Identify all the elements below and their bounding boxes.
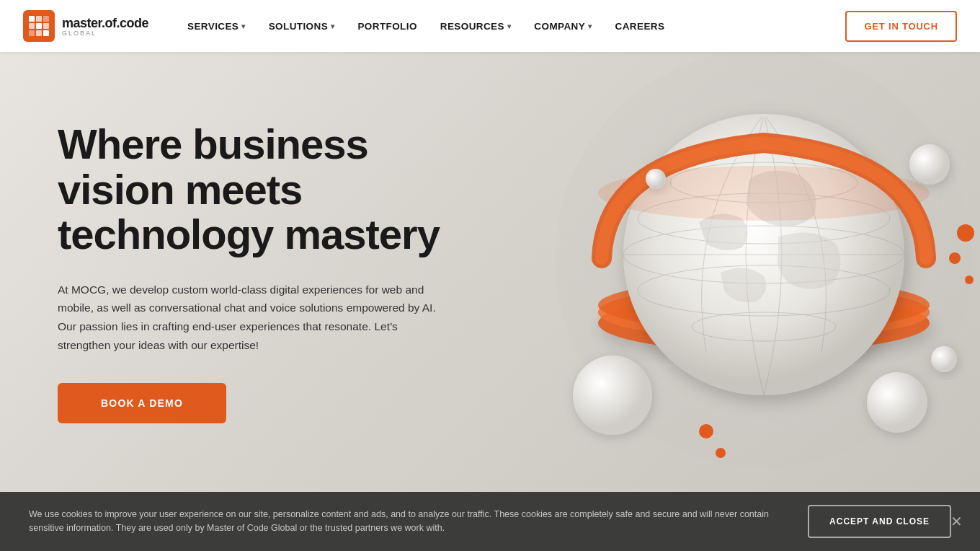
book-demo-button[interactable]: BOOK A DEMO <box>58 383 226 423</box>
chevron-down-icon: ▾ <box>331 22 334 30</box>
svg-rect-5 <box>36 23 42 29</box>
nav-item-resources[interactable]: RESOURCES ▾ <box>430 15 522 38</box>
svg-rect-9 <box>43 30 49 36</box>
navbar: master.of.code GLOBAL SERVICES ▾ SOLUTIO… <box>0 0 980 52</box>
svg-point-31 <box>699 424 713 438</box>
svg-rect-8 <box>36 30 42 36</box>
get-in-touch-button[interactable]: GET IN TOUCH <box>845 11 957 42</box>
hero-title: Where business vision meets technology m… <box>58 122 447 257</box>
svg-point-28 <box>957 224 974 242</box>
svg-point-26 <box>931 346 957 372</box>
svg-rect-6 <box>43 23 49 29</box>
logo-link[interactable]: master.of.code GLOBAL <box>23 10 148 42</box>
hero-visual <box>490 52 980 493</box>
hero-content: Where business vision meets technology m… <box>0 79 447 467</box>
hero-section: Where business vision meets technology m… <box>0 52 980 493</box>
svg-point-24 <box>573 356 652 435</box>
svg-rect-1 <box>29 16 35 22</box>
svg-point-30 <box>965 276 974 284</box>
chevron-down-icon: ▾ <box>241 22 245 30</box>
chevron-down-icon: ▾ <box>507 22 511 30</box>
svg-rect-3 <box>43 16 49 22</box>
logo-icon <box>23 10 55 42</box>
svg-rect-7 <box>29 30 35 36</box>
svg-rect-2 <box>36 16 42 22</box>
svg-point-25 <box>867 372 927 433</box>
svg-point-32 <box>716 448 726 458</box>
chevron-down-icon: ▾ <box>588 22 592 30</box>
hero-description: At MOCG, we develop custom world-class d… <box>58 281 447 354</box>
svg-point-29 <box>949 252 961 264</box>
svg-point-27 <box>646 169 666 189</box>
nav-item-services[interactable]: SERVICES ▾ <box>177 15 256 38</box>
logo-text: master.of.code <box>62 16 148 31</box>
svg-point-23 <box>909 144 950 185</box>
globe-illustration <box>497 52 980 493</box>
cookie-banner: We use cookies to improve your user expe… <box>0 492 980 493</box>
nav-item-careers[interactable]: CAREERS <box>605 15 675 38</box>
nav-item-company[interactable]: COMPANY ▾ <box>524 15 602 38</box>
nav-item-portfolio[interactable]: PORTFOLIO <box>347 15 427 38</box>
svg-rect-4 <box>29 23 35 29</box>
nav-links: SERVICES ▾ SOLUTIONS ▾ PORTFOLIO RESOURC… <box>177 15 845 38</box>
nav-item-solutions[interactable]: SOLUTIONS ▾ <box>259 15 345 38</box>
